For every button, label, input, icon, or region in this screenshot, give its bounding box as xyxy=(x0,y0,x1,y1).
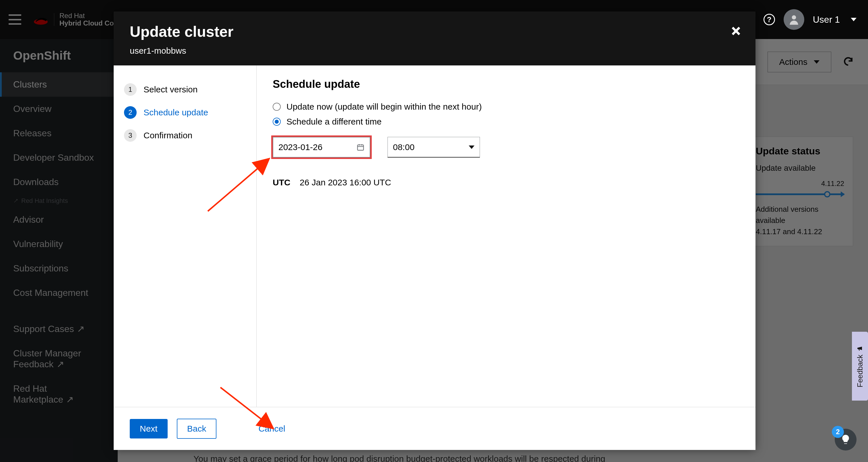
sidebar-item-support-cases[interactable]: Support Cases↗ xyxy=(0,316,118,341)
versions-available-line2: 4.11.17 and 4.11.22 xyxy=(756,226,844,237)
modal-footer: Next Back Cancel xyxy=(114,407,755,450)
sidebar: OpenShift Clusters Overview Releases Dev… xyxy=(0,39,118,462)
sidebar-item-overview[interactable]: Overview xyxy=(0,97,118,121)
wizard-step-select-version[interactable]: 1 Select version xyxy=(121,78,249,101)
cancel-button[interactable]: Cancel xyxy=(249,419,295,438)
wizard-nav: 1 Select version 2 Schedule update 3 Con… xyxy=(114,65,257,407)
external-link-icon: ↗ xyxy=(77,324,85,334)
radio-icon xyxy=(273,118,281,126)
radio-update-now[interactable]: Update now (update will begin within the… xyxy=(273,102,739,112)
update-status-value: Update available xyxy=(756,163,844,173)
sidebar-item-marketplace[interactable]: Red Hat Marketplace↗ xyxy=(0,376,118,412)
megaphone-icon xyxy=(857,345,863,352)
svg-rect-2 xyxy=(358,145,364,150)
user-menu-label[interactable]: User 1 xyxy=(813,14,840,25)
avatar[interactable] xyxy=(784,9,804,30)
content-title: Schedule update xyxy=(273,78,739,90)
version-target: 4.11.22 xyxy=(756,180,844,188)
grace-period-text: You may set a grace period for how long … xyxy=(193,454,653,462)
external-link-icon: ↗ xyxy=(66,394,74,405)
utc-display: UTC 26 Jan 2023 16:00 UTC xyxy=(273,178,739,187)
radio-icon xyxy=(273,103,281,111)
sidebar-item-releases[interactable]: Releases xyxy=(0,121,118,146)
radio-schedule-different-time[interactable]: Schedule a different time xyxy=(273,117,739,127)
versions-available-line1: Additional versions available xyxy=(756,204,844,226)
wizard-step-confirmation[interactable]: 3 Confirmation xyxy=(121,124,249,147)
chevron-down-icon[interactable] xyxy=(851,18,857,21)
sidebar-item-clusters[interactable]: Clusters xyxy=(0,72,118,97)
update-cluster-modal: Update cluster user1-mobbws 1 Select ver… xyxy=(114,11,755,450)
svg-point-1 xyxy=(792,15,796,20)
update-status-title: Update status xyxy=(756,146,844,157)
redhat-fedora-icon xyxy=(33,14,49,25)
sidebar-item-downloads[interactable]: Downloads xyxy=(0,170,118,194)
schedule-date-input[interactable]: 2023-01-26 xyxy=(273,137,370,158)
notification-badge: 2 xyxy=(832,426,844,438)
schedule-time-select[interactable]: 08:00 xyxy=(388,137,480,158)
wizard-content: Schedule update Update now (update will … xyxy=(257,65,755,407)
update-status-card: Update status Update available 4.11.22 A… xyxy=(747,136,853,246)
wizard-step-schedule-update[interactable]: 2 Schedule update xyxy=(121,101,249,124)
sidebar-item-cost-management[interactable]: Cost Management xyxy=(0,281,118,305)
sidebar-item-cluster-feedback[interactable]: Cluster Manager Feedback↗ xyxy=(0,341,118,376)
actions-dropdown[interactable]: Actions xyxy=(768,52,831,72)
next-button[interactable]: Next xyxy=(130,419,167,438)
sidebar-item-vulnerability[interactable]: Vulnerability xyxy=(0,232,118,256)
sidebar-item-developer-sandbox[interactable]: Developer Sandbox xyxy=(0,146,118,170)
calendar-icon xyxy=(356,143,365,151)
modal-header: Update cluster user1-mobbws xyxy=(114,11,755,65)
sidebar-group-insights: Red Hat Insights xyxy=(0,194,118,208)
modal-subtitle: user1-mobbws xyxy=(130,46,739,56)
modal-title: Update cluster xyxy=(130,23,739,40)
hamburger-icon[interactable] xyxy=(9,14,21,25)
feedback-tab[interactable]: Feedback xyxy=(852,332,868,401)
refresh-icon[interactable] xyxy=(843,56,854,68)
back-button[interactable]: Back xyxy=(177,419,217,439)
sidebar-section-title: OpenShift xyxy=(0,39,118,72)
external-link-icon: ↗ xyxy=(57,359,64,369)
sidebar-item-subscriptions[interactable]: Subscriptions xyxy=(0,256,118,281)
help-icon[interactable]: ? xyxy=(764,14,775,25)
chevron-down-icon xyxy=(469,146,474,149)
close-icon[interactable] xyxy=(729,24,743,38)
help-bubble[interactable]: 2 xyxy=(835,429,857,451)
sidebar-item-advisor[interactable]: Advisor xyxy=(0,208,118,232)
